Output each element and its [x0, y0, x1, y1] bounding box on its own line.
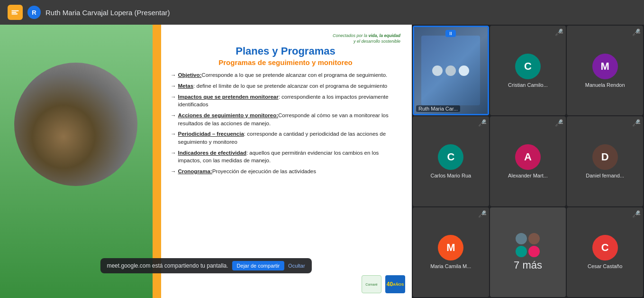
slide-title: Planes y Programas [171, 45, 400, 57]
mic-off-icon: 🎤̶ [632, 28, 640, 36]
participant-name: Daniel fernand... [584, 173, 626, 178]
participant-avatar-circle: C [592, 235, 618, 261]
participant-avatar-circle: M [438, 235, 463, 261]
participant-name: Manuela Rendon [583, 82, 627, 88]
meeting-title: Ruth Maria Carvajal Lopera (Presentar) [45, 9, 170, 17]
participant-tile[interactable]: M 🎤̶ Manuela Rendon [567, 26, 643, 115]
participant-tile[interactable]: A 🎤̶ Alexander Mart... [490, 116, 566, 206]
slide-bullet-item: →Indicadores de efectividad: aquellos qu… [171, 149, 400, 165]
stop-sharing-button[interactable]: Dejar de compartir [232, 261, 284, 270]
mic-off-icon: 🎤̶ [478, 119, 486, 127]
mic-off-icon: 🎤̶ [632, 119, 640, 127]
slide-bullet-item: →Periodicidad – frecuencia: corresponde … [171, 130, 400, 146]
topbar: R Ruth Maria Carvajal Lopera (Presentar) [0, 0, 644, 25]
mic-off-icon: 🎤̶ [478, 210, 486, 218]
hide-sharing-button[interactable]: Ocultar [288, 263, 305, 269]
participant-avatar-circle: M [592, 54, 618, 79]
participant-tile-more[interactable]: 7 más [490, 207, 566, 297]
more-count: 7 más [514, 259, 542, 271]
participant-name: Alexander Mart... [506, 173, 550, 178]
slide-left-panel [0, 25, 161, 298]
slide-tagline: Conectados por la vida, la equidad y el … [171, 33, 400, 44]
share-text: meet.google.com está compartiendo tu pan… [107, 262, 228, 269]
slide-white-content: Conectados por la vida, la equidad y el … [161, 25, 412, 298]
participant-video-bg [414, 27, 488, 114]
slide-items: →Objetivo:Corresponde a lo que se preten… [171, 71, 400, 175]
nature-image [14, 63, 137, 186]
participant-tile[interactable]: M 🎤̶ Maria Camila M... [413, 207, 489, 297]
slide-bullet-item: →Objetivo:Corresponde a lo que se preten… [171, 71, 400, 79]
user-avatar: R [27, 6, 41, 19]
participant-avatar-circle: D [592, 144, 618, 170]
participants-grid: ⏸ Ruth Maria Car... C 🎤̶ Cristian Camilo… [412, 25, 644, 298]
slide-container: Conectados por la vida, la equidad y el … [0, 25, 412, 298]
participant-name: Carlos Mario Rua [429, 173, 473, 178]
40-anos-logo: 40AÑOS [385, 275, 405, 293]
slide-logos: Cornaré 40AÑOS [362, 275, 405, 293]
yellow-stripe [153, 25, 161, 298]
slide-bullet-item: →Metas: define el límite de lo que se pr… [171, 82, 400, 90]
participant-tile[interactable]: C 🎤̶ Carlos Mario Rua [413, 116, 489, 206]
mic-off-icon: 🎤̶ [555, 28, 563, 36]
app-icon [8, 5, 23, 20]
participant-name: Cesar Castaño [586, 263, 624, 269]
participant-tile[interactable]: ⏸ Ruth Maria Car... [413, 26, 489, 115]
presenting-badge: ⏸ [445, 30, 456, 37]
slide-bullet-item: →Acciones de seguimiento y monitoreo:Cor… [171, 112, 400, 127]
cornaré-logo: Cornaré [362, 275, 381, 293]
mic-off-icon: 🎤̶ [555, 119, 563, 127]
participant-avatar-circle: C [438, 144, 463, 170]
slide-subtitle: Programas de seguimiento y monitoreo [171, 58, 400, 66]
participant-avatar-circle: C [515, 54, 541, 79]
slide-bullet-item: →Impactos que se pretenden monitorear: c… [171, 93, 400, 109]
presentation-area: Conectados por la vida, la equidad y el … [0, 25, 412, 298]
participant-name: Maria Camila M... [428, 263, 473, 269]
mic-off-icon: 🎤̶ [632, 210, 640, 218]
slide-bullet-item: →Cronograma:Proyección de ejecución de l… [171, 168, 400, 176]
participant-name: Ruth Maria Car... [416, 105, 460, 112]
participant-name: Cristian Camilo... [506, 82, 550, 88]
participant-tile[interactable]: C 🎤̶ Cristian Camilo... [490, 26, 566, 115]
participant-tile[interactable]: C 🎤̶ Cesar Castaño [567, 207, 643, 297]
share-notification: meet.google.com está compartiendo tu pan… [100, 258, 311, 273]
more-participants-bg: 7 más [490, 207, 566, 297]
participant-avatar-circle: A [515, 144, 541, 170]
participant-tile[interactable]: D 🎤̶ Daniel fernand... [567, 116, 643, 206]
